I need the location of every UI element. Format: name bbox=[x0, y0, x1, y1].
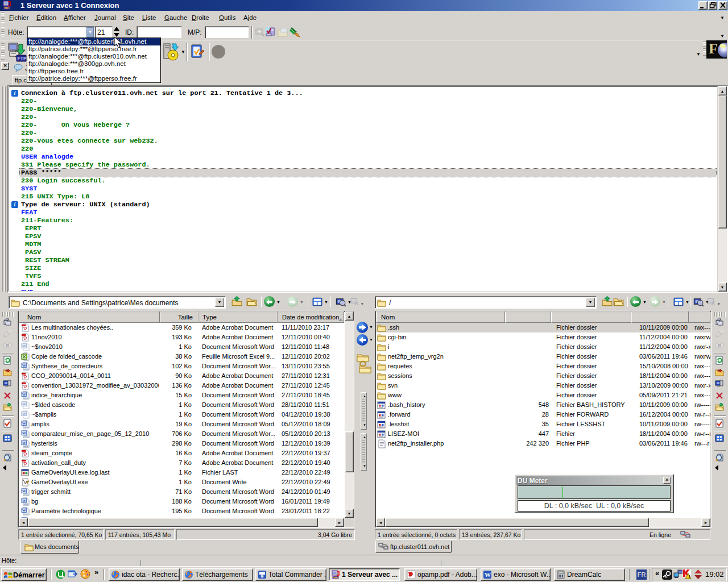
svg-text:W: W bbox=[22, 508, 26, 513]
svg-text:W: W bbox=[22, 498, 26, 503]
svg-text:FTP: FTP bbox=[333, 576, 338, 579]
svg-text:W: W bbox=[22, 411, 26, 416]
svg-text:!: ! bbox=[689, 575, 690, 579]
svg-text:W: W bbox=[22, 431, 26, 435]
svg-text:W: W bbox=[22, 489, 26, 493]
svg-text:W: W bbox=[22, 363, 26, 368]
svg-text:W: W bbox=[22, 344, 26, 348]
svg-text:W: W bbox=[22, 421, 26, 426]
svg-text:W: W bbox=[485, 571, 491, 578]
svg-text:W: W bbox=[22, 440, 26, 445]
svg-text:FTP: FTP bbox=[18, 56, 27, 61]
svg-text:W: W bbox=[22, 392, 26, 397]
svg-text:FTP: FTP bbox=[5, 7, 10, 10]
svg-text:W: W bbox=[22, 402, 26, 406]
